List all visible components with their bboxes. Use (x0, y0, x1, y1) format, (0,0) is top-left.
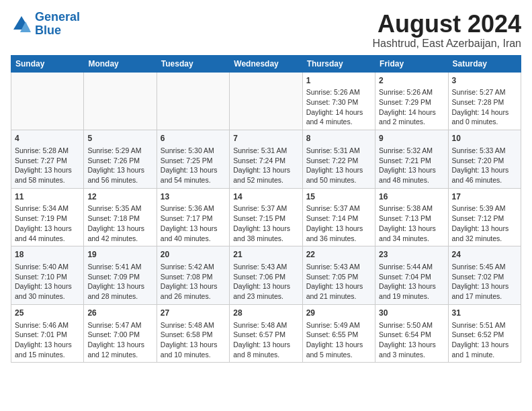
weekday-header-monday: Monday (84, 55, 157, 72)
logo-line1: General (35, 10, 80, 24)
calendar-cell (157, 72, 229, 130)
calendar-cell: 2Sunrise: 5:26 AM Sunset: 7:29 PM Daylig… (375, 72, 448, 130)
logo-line2: Blue (35, 24, 61, 37)
day-number: 25 (15, 308, 80, 319)
day-number: 3 (452, 75, 517, 87)
weekday-header-wednesday: Wednesday (230, 55, 302, 72)
day-number: 11 (15, 191, 80, 203)
calendar-cell (11, 72, 84, 130)
day-info: Sunrise: 5:31 AM Sunset: 7:22 PM Dayligh… (306, 146, 363, 184)
calendar-cell: 17Sunrise: 5:39 AM Sunset: 7:12 PM Dayli… (448, 188, 521, 246)
day-info: Sunrise: 5:36 AM Sunset: 7:17 PM Dayligh… (161, 204, 218, 242)
day-number: 14 (233, 191, 298, 203)
calendar-cell: 28Sunrise: 5:48 AM Sunset: 6:57 PM Dayli… (230, 304, 302, 363)
day-number: 2 (379, 75, 444, 87)
day-number: 21 (233, 249, 298, 261)
day-info: Sunrise: 5:49 AM Sunset: 6:55 PM Dayligh… (306, 321, 363, 359)
day-number: 9 (379, 133, 444, 144)
calendar-cell: 11Sunrise: 5:34 AM Sunset: 7:19 PM Dayli… (11, 188, 84, 246)
day-info: Sunrise: 5:41 AM Sunset: 7:09 PM Dayligh… (87, 263, 144, 300)
calendar-cell: 5Sunrise: 5:29 AM Sunset: 7:26 PM Daylig… (84, 130, 157, 189)
location: Hashtrud, East Azerbaijan, Iran (373, 38, 521, 50)
day-number: 22 (306, 249, 371, 261)
calendar-cell: 19Sunrise: 5:41 AM Sunset: 7:09 PM Dayli… (84, 246, 157, 305)
calendar-cell: 9Sunrise: 5:32 AM Sunset: 7:21 PM Daylig… (375, 130, 448, 189)
calendar-cell: 6Sunrise: 5:30 AM Sunset: 7:25 PM Daylig… (157, 130, 229, 189)
weekday-header-saturday: Saturday (448, 55, 521, 72)
day-number: 19 (87, 249, 152, 261)
day-info: Sunrise: 5:30 AM Sunset: 7:25 PM Dayligh… (161, 146, 218, 184)
calendar-cell: 22Sunrise: 5:43 AM Sunset: 7:05 PM Dayli… (302, 246, 375, 305)
day-number: 5 (87, 133, 152, 144)
calendar-cell: 20Sunrise: 5:42 AM Sunset: 7:08 PM Dayli… (157, 246, 229, 305)
calendar-body: 1Sunrise: 5:26 AM Sunset: 7:30 PM Daylig… (11, 72, 521, 363)
calendar-cell: 1Sunrise: 5:26 AM Sunset: 7:30 PM Daylig… (302, 72, 375, 130)
day-number: 26 (87, 308, 152, 319)
day-number: 31 (452, 308, 517, 319)
month-year: August 2024 (373, 11, 521, 38)
day-number: 8 (306, 133, 371, 144)
calendar-week-2: 4Sunrise: 5:28 AM Sunset: 7:27 PM Daylig… (11, 130, 521, 189)
day-info: Sunrise: 5:44 AM Sunset: 7:04 PM Dayligh… (379, 263, 436, 300)
day-info: Sunrise: 5:31 AM Sunset: 7:24 PM Dayligh… (233, 146, 290, 184)
day-info: Sunrise: 5:50 AM Sunset: 6:54 PM Dayligh… (379, 321, 436, 359)
calendar-cell: 25Sunrise: 5:46 AM Sunset: 7:01 PM Dayli… (11, 304, 84, 363)
calendar-cell: 24Sunrise: 5:45 AM Sunset: 7:02 PM Dayli… (448, 246, 521, 305)
day-number: 13 (161, 191, 226, 203)
calendar-table: SundayMondayTuesdayWednesdayThursdayFrid… (11, 55, 521, 363)
calendar-cell (230, 72, 302, 130)
weekday-header-thursday: Thursday (302, 55, 375, 72)
day-info: Sunrise: 5:35 AM Sunset: 7:18 PM Dayligh… (87, 204, 144, 242)
day-info: Sunrise: 5:43 AM Sunset: 7:06 PM Dayligh… (233, 263, 290, 300)
logo-icon (11, 15, 32, 34)
day-info: Sunrise: 5:42 AM Sunset: 7:08 PM Dayligh… (161, 263, 218, 300)
weekday-header-sunday: Sunday (11, 55, 84, 72)
day-info: Sunrise: 5:27 AM Sunset: 7:28 PM Dayligh… (452, 88, 509, 126)
day-number: 6 (161, 133, 226, 144)
weekday-row: SundayMondayTuesdayWednesdayThursdayFrid… (11, 55, 521, 72)
day-number: 28 (233, 308, 298, 319)
calendar-week-5: 25Sunrise: 5:46 AM Sunset: 7:01 PM Dayli… (11, 304, 521, 363)
calendar-cell: 15Sunrise: 5:37 AM Sunset: 7:14 PM Dayli… (302, 188, 375, 246)
day-info: Sunrise: 5:33 AM Sunset: 7:20 PM Dayligh… (452, 146, 509, 184)
weekday-header-tuesday: Tuesday (157, 55, 229, 72)
calendar-cell (84, 72, 157, 130)
day-info: Sunrise: 5:39 AM Sunset: 7:12 PM Dayligh… (452, 204, 509, 242)
day-number: 1 (306, 75, 371, 87)
calendar-week-1: 1Sunrise: 5:26 AM Sunset: 7:30 PM Daylig… (11, 72, 521, 130)
calendar-cell: 4Sunrise: 5:28 AM Sunset: 7:27 PM Daylig… (11, 130, 84, 189)
title-block: August 2024 Hashtrud, East Azerbaijan, I… (373, 11, 521, 50)
day-number: 18 (15, 249, 80, 261)
calendar-cell: 21Sunrise: 5:43 AM Sunset: 7:06 PM Dayli… (230, 246, 302, 305)
day-number: 17 (452, 191, 517, 203)
calendar-cell: 18Sunrise: 5:40 AM Sunset: 7:10 PM Dayli… (11, 246, 84, 305)
day-info: Sunrise: 5:28 AM Sunset: 7:27 PM Dayligh… (15, 146, 72, 184)
day-number: 24 (452, 249, 517, 261)
calendar-cell: 14Sunrise: 5:37 AM Sunset: 7:15 PM Dayli… (230, 188, 302, 246)
calendar-cell: 30Sunrise: 5:50 AM Sunset: 6:54 PM Dayli… (375, 304, 448, 363)
day-number: 29 (306, 308, 371, 319)
day-info: Sunrise: 5:48 AM Sunset: 6:58 PM Dayligh… (161, 321, 218, 359)
day-info: Sunrise: 5:26 AM Sunset: 7:29 PM Dayligh… (379, 88, 436, 126)
day-info: Sunrise: 5:40 AM Sunset: 7:10 PM Dayligh… (15, 263, 72, 300)
logo: General Blue (11, 11, 80, 38)
page-header: General Blue August 2024 Hashtrud, East … (11, 11, 521, 50)
day-number: 4 (15, 133, 80, 144)
calendar-week-4: 18Sunrise: 5:40 AM Sunset: 7:10 PM Dayli… (11, 246, 521, 305)
calendar-cell: 26Sunrise: 5:47 AM Sunset: 7:00 PM Dayli… (84, 304, 157, 363)
calendar-cell: 23Sunrise: 5:44 AM Sunset: 7:04 PM Dayli… (375, 246, 448, 305)
calendar-cell: 12Sunrise: 5:35 AM Sunset: 7:18 PM Dayli… (84, 188, 157, 246)
calendar-cell: 10Sunrise: 5:33 AM Sunset: 7:20 PM Dayli… (448, 130, 521, 189)
day-number: 12 (87, 191, 152, 203)
day-info: Sunrise: 5:38 AM Sunset: 7:13 PM Dayligh… (379, 204, 436, 242)
calendar-cell: 8Sunrise: 5:31 AM Sunset: 7:22 PM Daylig… (302, 130, 375, 189)
calendar-cell: 31Sunrise: 5:51 AM Sunset: 6:52 PM Dayli… (448, 304, 521, 363)
day-info: Sunrise: 5:37 AM Sunset: 7:15 PM Dayligh… (233, 204, 290, 242)
day-info: Sunrise: 5:43 AM Sunset: 7:05 PM Dayligh… (306, 263, 363, 300)
day-info: Sunrise: 5:32 AM Sunset: 7:21 PM Dayligh… (379, 146, 436, 184)
calendar-cell: 27Sunrise: 5:48 AM Sunset: 6:58 PM Dayli… (157, 304, 229, 363)
day-number: 7 (233, 133, 298, 144)
day-number: 16 (379, 191, 444, 203)
day-info: Sunrise: 5:47 AM Sunset: 7:00 PM Dayligh… (87, 321, 144, 359)
day-info: Sunrise: 5:37 AM Sunset: 7:14 PM Dayligh… (306, 204, 363, 242)
